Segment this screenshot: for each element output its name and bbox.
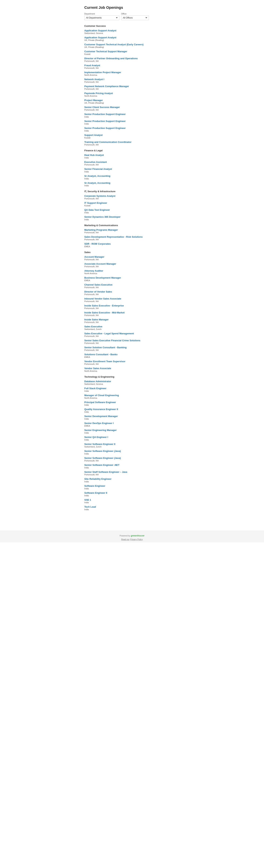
job-title-link[interactable]: Implementation Project Manager	[84, 71, 180, 74]
job-sections: Customer SuccessApplication Support Anal…	[84, 25, 180, 510]
job-title-link[interactable]: Senior Sales Executive Financial Crime S…	[84, 339, 180, 342]
department-select[interactable]: All Departments Customer Success Finance…	[84, 16, 119, 20]
list-item: Senior Solution Consultant - BankingPort…	[84, 346, 180, 351]
list-item: Senior Dynamics 365 DeveloperIndia	[84, 216, 180, 221]
job-title-link[interactable]: Associate Account Manager	[84, 262, 180, 265]
section-header-2: IT, Security & Infrastructure	[84, 190, 180, 193]
job-title-link[interactable]: Senior Software Engineer (Java)	[84, 450, 180, 453]
job-title-link[interactable]: SDR - ROW Corporates	[84, 243, 180, 245]
list-item: Senior Software Engineer .NETIndia	[84, 464, 180, 469]
job-title-link[interactable]: Senior Engineering Manager	[84, 429, 180, 432]
job-title-link[interactable]: Senior Production Support Engineer	[84, 120, 180, 123]
job-location: Portsmouth, NH	[84, 342, 180, 344]
job-title-link[interactable]: Senior Financial Analyst	[84, 167, 180, 170]
section-header-4: Sales	[84, 251, 180, 254]
job-title-link[interactable]: Director of Vendor Sales	[84, 290, 180, 293]
list-item: Senior Engineering ManagerIndia	[84, 429, 180, 434]
job-title-link[interactable]: Senior Software Engineer II	[84, 443, 180, 445]
job-title-link[interactable]: Full Stack Engineer	[84, 387, 180, 390]
job-title-link[interactable]: Sales Development Representative - Risk …	[84, 236, 180, 238]
job-title-link[interactable]: Deal Hub Analyst	[84, 154, 180, 156]
job-location: UK, Private (Reading)	[84, 39, 180, 41]
job-title-link[interactable]: Support Analyst	[84, 134, 180, 136]
list-item: Senior Financial AnalystIndia	[84, 167, 180, 173]
list-item: Sr Analyst, AccountingIndia	[84, 175, 180, 180]
job-title-link[interactable]: QA Data Test Engineer	[84, 209, 180, 211]
job-location: India	[84, 116, 180, 118]
job-title-link[interactable]: Application Support Analyst	[84, 36, 180, 39]
job-location: Portsmouth, NH	[84, 88, 180, 90]
job-title-link[interactable]: Senior Client Success Manager	[84, 106, 180, 108]
job-title-link[interactable]: Tech Lead	[84, 505, 180, 508]
list-item: Executive AssistantPortsmouth, NH	[84, 161, 180, 166]
job-title-link[interactable]: Database Administrator	[84, 380, 180, 383]
job-title-link[interactable]: Senior Development Manager	[84, 415, 180, 417]
job-title-link[interactable]: Customer Support Technical Analyst (Earl…	[84, 43, 180, 46]
job-title-link[interactable]: Inside Sales Executive - Enterprise	[84, 304, 180, 307]
list-item: Inside Sales Executive - Mid-MarketPorts…	[84, 311, 180, 316]
list-item: Vendor Sales AssociateNorth America	[84, 367, 180, 372]
job-title-link[interactable]: Senior Solution Consultant - Banking	[84, 346, 180, 349]
job-title-link[interactable]: Executive Assistant	[84, 161, 180, 163]
job-title-link[interactable]: Director of Partner Onboarding and Opera…	[84, 57, 180, 60]
job-title-link[interactable]: Sales Executive	[84, 325, 180, 328]
section-header-0: Customer Success	[84, 25, 180, 28]
job-location: India	[84, 390, 180, 392]
job-title-link[interactable]: Manager of Cloud Engineering	[84, 394, 180, 397]
job-title-link[interactable]: Senior Production Support Engineer	[84, 113, 180, 116]
job-title-link[interactable]: Vendor Enrollment Team Supervisor	[84, 360, 180, 363]
job-title-link[interactable]: Channel Sales Executive	[84, 283, 180, 286]
job-title-link[interactable]: Senior Production Support Engineer	[84, 127, 180, 129]
job-title-link[interactable]: Site Reliability Engineer	[84, 477, 180, 480]
job-title-link[interactable]: Marketing Programs Manager	[84, 228, 180, 231]
job-title-link[interactable]: Sr Analyst, Accounting	[84, 175, 180, 177]
job-title-link[interactable]: Training and Communication Coordinator	[84, 141, 180, 144]
job-title-link[interactable]: SSE 1	[84, 498, 180, 501]
job-title-link[interactable]: Senior Software Engineer .NET	[84, 464, 180, 466]
job-title-link[interactable]: Inside Sales Manager	[84, 318, 180, 321]
list-item: Channel Sales ExecutivePortsmouth, NH	[84, 283, 180, 288]
job-title-link[interactable]: Senior Software Engineer (Java)	[84, 457, 180, 459]
job-title-link[interactable]: Account Manager	[84, 255, 180, 258]
office-select[interactable]: All Offices Portsmouth, NH India Kuwait …	[121, 16, 149, 20]
list-item: Senior Production Support EngineerIndia	[84, 120, 180, 125]
job-title-link[interactable]: Attorney Auditor	[84, 270, 180, 272]
job-title-link[interactable]: Solutions Consultant - Banks	[84, 353, 180, 356]
job-title-link[interactable]: Project Manager	[84, 99, 180, 102]
list-item: Deal Hub AnalystIndia	[84, 154, 180, 159]
job-title-link[interactable]: Payment Network Compliance Manager	[84, 85, 180, 88]
job-title-link[interactable]: Customer Technical Support Manager	[84, 50, 180, 53]
job-location: Switzerland, Geneva	[84, 383, 180, 385]
job-title-link[interactable]: IT Support Engineer	[84, 202, 180, 204]
job-title-link[interactable]: Senior Dynamics 365 Developer	[84, 216, 180, 218]
job-title-link[interactable]: Quality Assurance Engineer II	[84, 408, 180, 411]
job-title-link[interactable]: Network Analyst I	[84, 78, 180, 81]
list-item: Sales ExecutiveSwitzerland, Zurich	[84, 325, 180, 330]
job-location: India	[84, 418, 180, 420]
job-title-link[interactable]: Senior Staff Software Engineer – Java	[84, 471, 180, 473]
job-title-link[interactable]: Inside Sales Executive - Mid-Market	[84, 311, 180, 314]
privacy-link[interactable]: Privacy Policy	[130, 538, 143, 540]
job-location: India	[84, 178, 180, 180]
job-location: India	[84, 480, 180, 483]
job-title-link[interactable]: Application Support Analyst	[84, 29, 180, 32]
job-title-link[interactable]: Inbound Vendor Sales Associate	[84, 297, 180, 300]
job-title-link[interactable]: Fraud Analyst	[84, 64, 180, 67]
job-location: Portsmouth, NH	[84, 314, 180, 316]
job-title-link[interactable]: Senior DevOps Engineer I	[84, 422, 180, 425]
job-location: India	[84, 411, 180, 413]
job-title-link[interactable]: Vendor Sales Associate	[84, 367, 180, 370]
job-title-link[interactable]: Principal Software Engineer	[84, 401, 180, 404]
job-location: India	[84, 130, 180, 132]
list-item: SSE 1India	[84, 498, 180, 504]
job-title-link[interactable]: Paymode Pricing Analyst	[84, 92, 180, 95]
job-title-link[interactable]: Senior QA Engineer I	[84, 436, 180, 438]
job-title-link[interactable]: Sr Analyst, Accounting	[84, 182, 180, 184]
job-title-link[interactable]: Business Development Manager	[84, 276, 180, 279]
job-title-link[interactable]: Sales Executive - Legal Spend Management	[84, 332, 180, 335]
list-item: Account ManagerPortsmouth, NH	[84, 255, 180, 260]
job-location: EMEA	[84, 356, 180, 358]
job-title-link[interactable]: Corporate Systems Analyst	[84, 194, 180, 197]
job-title-link[interactable]: Software Engineer	[84, 485, 180, 487]
job-title-link[interactable]: Software Engineer II	[84, 492, 180, 494]
